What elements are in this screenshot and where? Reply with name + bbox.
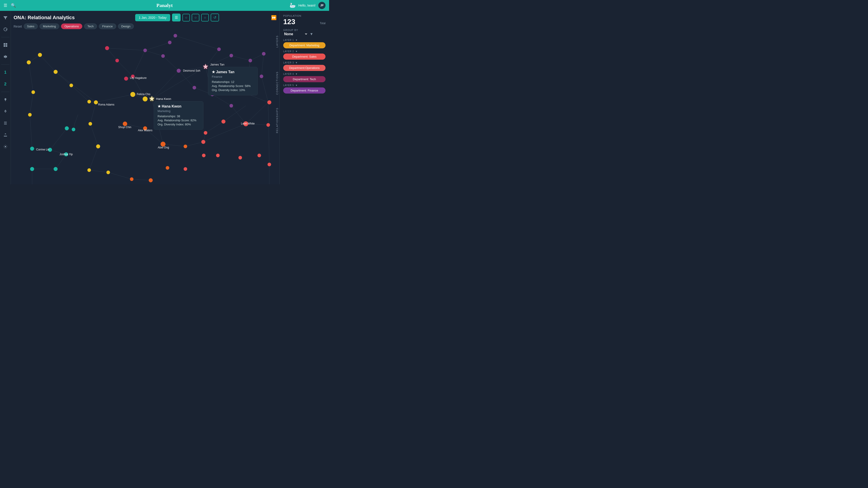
svg-line-56 (74, 115, 78, 124)
filter-tag-finance[interactable]: Finance (99, 24, 116, 29)
svg-point-102 (149, 178, 153, 182)
svg-point-89 (72, 128, 75, 131)
svg-line-28 (89, 147, 98, 170)
filter-reset[interactable]: Reset (13, 25, 22, 28)
filter-tag-operations[interactable]: Operations (61, 24, 82, 29)
filter-tag-marketing[interactable]: Marketing (39, 24, 59, 29)
svg-line-66 (145, 42, 170, 51)
svg-point-135 (203, 64, 208, 69)
sidebar-item-filter[interactable] (1, 13, 9, 22)
layer-3-badge[interactable]: Department:Operations (283, 65, 326, 71)
svg-point-92 (31, 90, 35, 94)
sidebar-item-grid[interactable] (1, 41, 9, 49)
sidebar-item-bulb[interactable] (1, 96, 9, 104)
svg-point-124 (168, 41, 172, 44)
sidebar-item-num2[interactable]: 2 (1, 80, 9, 88)
sidebar-item-list[interactable] (1, 119, 9, 127)
hana-kwon-relationships: Relationships: 38 (158, 115, 199, 118)
info-card-james-tan: ★ James Tan Finance Relationships: 12 Av… (208, 67, 258, 95)
node-alex (143, 126, 147, 130)
circle-btn-1[interactable]: ○ (182, 14, 190, 22)
layer-3-label: LAYER 3 ▼ (283, 61, 326, 64)
header: ☰ 🔍 Panalyt 🦢 Hello, Iwani! JP (0, 0, 329, 11)
forward-button[interactable]: ⏩ (271, 15, 277, 20)
layer-5-badge[interactable]: Department: Finance (283, 88, 326, 94)
sidebar-item-settings[interactable] (1, 142, 9, 151)
james-tan-avg-score: Avg. Relationship Score: 58% (212, 84, 254, 88)
filter-tag-design[interactable]: Design (118, 24, 134, 29)
svg-point-121 (131, 74, 135, 78)
svg-line-26 (90, 102, 96, 124)
svg-line-70 (250, 54, 264, 61)
svg-line-31 (132, 179, 151, 180)
svg-line-43 (268, 102, 270, 164)
layer-2-label: LAYER 2 ▼ (283, 50, 326, 53)
population-label: Population (283, 14, 326, 17)
svg-line-17 (40, 55, 56, 72)
layer-4-chevron[interactable]: ▼ (295, 73, 298, 75)
page-title: ONA: Relational Analytics (13, 15, 75, 21)
search-icon[interactable]: 🔍 (11, 3, 16, 8)
svg-line-18 (29, 62, 33, 92)
layer-1-row: LAYER 1 ▼ Department: Marketing (283, 39, 326, 48)
svg-line-19 (30, 92, 33, 115)
sidebar-item-share[interactable] (1, 131, 9, 139)
group-by-chevron: ▼ (310, 32, 313, 36)
hana-kwon-avg-score: Avg. Relationship Score: 82% (158, 119, 199, 122)
sidebar-item-balance[interactable] (1, 53, 9, 61)
date-range-badge[interactable]: 1 Jan, 2020 - Today (135, 14, 170, 21)
layers-section: LAYER 1 ▼ Department: Marketing LAYER 2 … (283, 39, 326, 95)
filter-tag-tech[interactable]: Tech (84, 24, 97, 29)
menu-button[interactable]: ☰ (172, 13, 181, 22)
layer-4-row: LAYER 4 ▼ Department: Tech (283, 73, 326, 82)
layer-1-label: LAYER 1 ▼ (283, 39, 326, 41)
svg-point-97 (94, 100, 98, 104)
svg-rect-2 (4, 45, 5, 47)
svg-line-47 (223, 106, 246, 122)
svg-point-129 (217, 47, 221, 51)
hana-kwon-dept: Marketing (158, 109, 199, 113)
layer-5-chevron[interactable]: ▼ (295, 84, 298, 87)
svg-line-39 (203, 135, 218, 142)
layer-1-badge[interactable]: Department: Marketing (283, 42, 326, 48)
population-count: 123 (283, 18, 295, 26)
james-tan-relationships: Relationships: 12 (212, 80, 254, 84)
bird-icon: 🦢 (289, 2, 296, 8)
sidebar-item-refresh[interactable] (1, 25, 9, 33)
node-desmond (177, 69, 181, 73)
svg-point-110 (268, 100, 272, 104)
circle-btn-3[interactable]: ○ (201, 14, 209, 22)
svg-point-101 (106, 170, 110, 174)
layer-3-chevron[interactable]: ▼ (295, 61, 298, 64)
james-tan-dept: Finance (212, 75, 254, 78)
sidebar-item-num1[interactable]: 1 (1, 68, 9, 76)
layer-2-badge[interactable]: Department: Sales (283, 54, 326, 60)
right-panel: Population 123 Total GROUP BY None Depar… (279, 11, 329, 184)
node-lily (124, 76, 128, 80)
layer-2-chevron[interactable]: ▼ (295, 50, 298, 53)
svg-line-61 (145, 51, 163, 56)
layer-4-badge[interactable]: Department: Tech (283, 76, 326, 82)
node-hana (143, 96, 148, 101)
svg-point-132 (248, 59, 252, 62)
svg-line-30 (108, 172, 132, 179)
james-tan-name: ★ James Tan (212, 70, 254, 74)
top-bar: ONA: Relational Analytics 1 Jan, 2020 - … (13, 13, 277, 22)
group-by-section: GROUP BY None Department Team ▼ (283, 29, 326, 36)
svg-point-91 (27, 60, 31, 64)
group-by-select[interactable]: None Department Team (283, 32, 308, 36)
svg-line-41 (246, 124, 268, 125)
svg-point-133 (262, 52, 266, 56)
svg-point-85 (54, 167, 58, 171)
layer-1-chevron[interactable]: ▼ (295, 39, 298, 41)
circle-btn-2[interactable]: ○ (192, 14, 199, 22)
svg-point-106 (201, 140, 205, 144)
filter-tag-sales[interactable]: Sales (24, 24, 38, 29)
avatar[interactable]: JP (318, 2, 326, 9)
svg-point-116 (216, 154, 220, 157)
menu-icon[interactable]: ☰ (4, 3, 7, 8)
svg-point-95 (69, 84, 73, 87)
sidebar-item-rocket[interactable] (1, 107, 9, 116)
svg-line-59 (206, 49, 219, 67)
reset-btn[interactable]: ↺ (211, 13, 219, 22)
